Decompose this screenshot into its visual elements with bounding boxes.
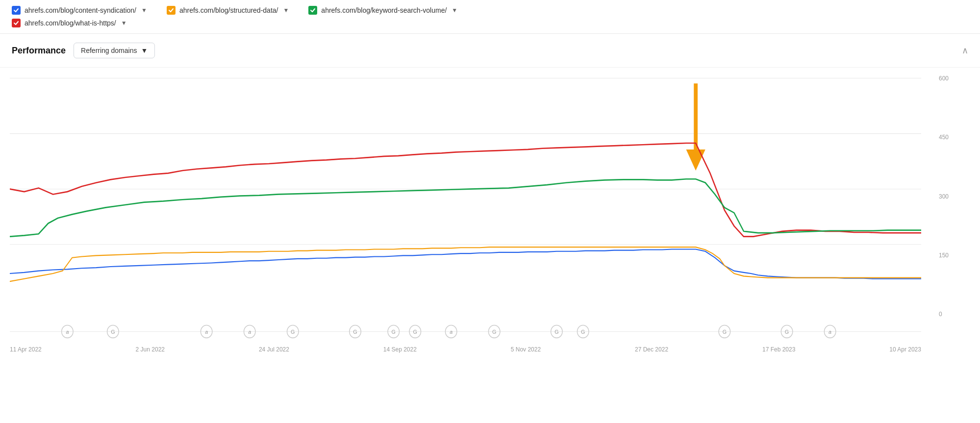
svg-text:G: G (392, 328, 396, 335)
collapse-button[interactable]: ∧ (962, 45, 968, 56)
metric-dropdown-arrow: ▼ (141, 47, 148, 54)
y-label-0: 0 (939, 311, 949, 318)
url-label-what-is-https: ahrefs.com/blog/what-is-https/ (25, 19, 116, 27)
checkbox-structured-data[interactable] (167, 6, 176, 15)
performance-title: Performance (12, 46, 66, 56)
chevron-down-icon[interactable]: ▼ (452, 7, 457, 14)
svg-text:G: G (554, 328, 558, 335)
performance-header: Performance Referring domains ▼ ∧ (0, 34, 980, 68)
chevron-down-icon[interactable]: ▼ (121, 20, 127, 26)
x-axis: 11 Apr 2022 2 Jun 2022 24 Jul 2022 14 Se… (10, 342, 921, 361)
x-label-sep-2022: 14 Sep 2022 (383, 346, 417, 353)
url-filter-what-is-https[interactable]: ahrefs.com/blog/what-is-https/ ▼ (12, 19, 127, 27)
metric-label: Referring domains (81, 47, 137, 54)
svg-text:G: G (723, 328, 727, 335)
chart-container: a G a a G G G (0, 68, 980, 361)
svg-text:G: G (785, 328, 789, 335)
x-label-jun-2022: 2 Jun 2022 (136, 346, 165, 353)
x-label-apr-2022: 11 Apr 2022 (10, 346, 42, 353)
url-label-content-syndication: ahrefs.com/blog/content-syndication/ (25, 6, 136, 14)
svg-text:G: G (581, 328, 585, 335)
svg-text:a: a (205, 328, 208, 335)
chevron-down-icon[interactable]: ▼ (141, 7, 147, 14)
url-filter-keyword-search-volume[interactable]: ahrefs.com/blog/keyword-search-volume/ ▼ (308, 6, 457, 15)
svg-text:G: G (291, 328, 295, 335)
chart-area: a G a a G G G (10, 68, 951, 342)
svg-text:G: G (111, 328, 115, 335)
x-label-nov-2022: 5 Nov 2022 (511, 346, 541, 353)
svg-marker-6 (686, 149, 705, 171)
y-label-450: 450 (939, 134, 949, 141)
x-label-feb-2023: 17 Feb 2023 (762, 346, 795, 353)
url-filter-content-syndication[interactable]: ahrefs.com/blog/content-syndication/ ▼ (12, 6, 147, 15)
checkbox-what-is-https[interactable] (12, 19, 21, 27)
y-label-150: 150 (939, 252, 949, 259)
url-filter-structured-data[interactable]: ahrefs.com/blog/structured-data/ ▼ (167, 6, 289, 15)
line-orange (10, 247, 921, 281)
svg-text:a: a (248, 328, 251, 335)
x-label-dec-2022: 27 Dec 2022 (635, 346, 668, 353)
svg-text:a: a (450, 328, 452, 335)
chevron-down-icon[interactable]: ▼ (283, 7, 289, 14)
y-label-600: 600 (939, 75, 949, 82)
url-filter-bar: ahrefs.com/blog/content-syndication/ ▼ a… (0, 0, 980, 34)
svg-text:a: a (66, 328, 69, 335)
svg-text:G: G (413, 328, 417, 335)
svg-text:a: a (829, 328, 831, 335)
metric-dropdown[interactable]: Referring domains ▼ (74, 43, 155, 58)
checkbox-content-syndication[interactable] (12, 6, 21, 15)
performance-section: Performance Referring domains ▼ ∧ (0, 34, 980, 361)
chart-svg: a G a a G G G (10, 68, 921, 342)
x-label-apr-2023: 10 Apr 2023 (889, 346, 921, 353)
x-label-jul-2022: 24 Jul 2022 (259, 346, 289, 353)
url-label-keyword-search-volume: ahrefs.com/blog/keyword-search-volume/ (321, 6, 447, 14)
line-green (10, 179, 921, 236)
svg-text:G: G (492, 328, 496, 335)
y-axis-labels: 600 450 300 150 0 (939, 68, 949, 323)
checkbox-keyword-search-volume[interactable] (308, 6, 317, 15)
svg-text:G: G (353, 328, 357, 335)
url-label-structured-data: ahrefs.com/blog/structured-data/ (179, 6, 278, 14)
y-label-300: 300 (939, 193, 949, 200)
